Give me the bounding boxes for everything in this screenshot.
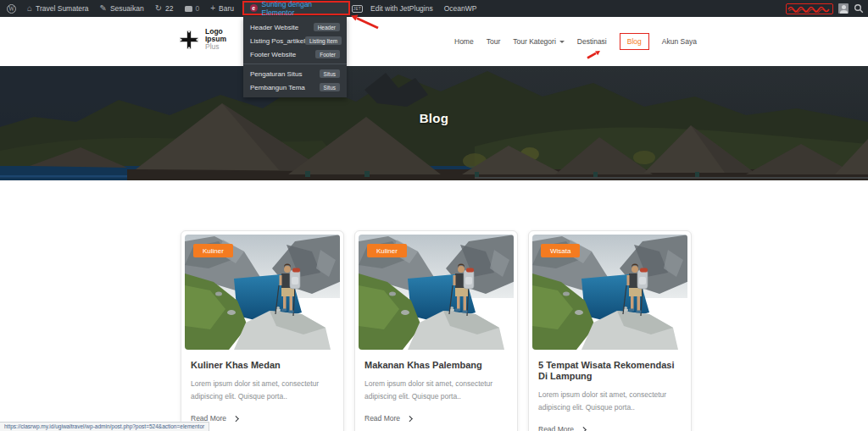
nav-item-akun-saya[interactable]: Akun Saya: [662, 37, 697, 46]
nav-item-tour-kategori[interactable]: Tour Kategori: [513, 37, 565, 46]
admin-bar-plugins-group: JET Edit with JetPlugins OceanWP: [352, 0, 487, 17]
nav-item-tour[interactable]: Tour: [487, 37, 501, 46]
comments-count: 0: [196, 4, 200, 13]
badge-situs-2: Situs: [320, 83, 340, 91]
updates-count: 22: [165, 4, 173, 13]
badge-footer: Footer: [315, 50, 340, 58]
comments-menu[interactable]: 0: [185, 4, 200, 13]
post-excerpt: Lorem ipsum dolor sit amet, consectetur …: [538, 389, 682, 414]
site-name-label: Travel Sumatera: [36, 4, 89, 13]
blog-card: Wisata 5 Tempat Wisata Rekomendasi Di La…: [528, 230, 692, 431]
customize-label: Sesuaikan: [110, 4, 144, 13]
badge-listing-item: Listing Item: [305, 36, 342, 45]
admin-bar-account-group: [786, 0, 864, 17]
wordpress-icon: W: [7, 4, 16, 14]
brush-icon: ✎: [100, 4, 107, 13]
blog-card: Kuliner Kuliner Khas Medan Lorem ipsum d…: [181, 230, 344, 431]
elementor-icon: e: [250, 4, 258, 12]
page-title: Blog: [0, 111, 868, 125]
post-thumbnail[interactable]: Kuliner: [359, 235, 514, 350]
post-title[interactable]: 5 Tempat Wisata Rekomendasi Di Lampung: [538, 360, 682, 382]
badge-header: Header: [314, 23, 340, 31]
category-badge: Wisata: [541, 244, 580, 257]
plus-icon: +: [210, 4, 215, 13]
badge-situs-1: Situs: [320, 69, 340, 78]
wp-logo-menu[interactable]: W: [7, 4, 16, 14]
category-badge: Kuliner: [193, 244, 233, 257]
updates-menu[interactable]: ↻ 22: [155, 4, 174, 13]
logo-text: Logo Ipsum Plus: [205, 28, 226, 51]
page: W ⌂ Travel Sumatera ✎ Sesuaikan ↻ 22 0 +…: [0, 0, 868, 431]
logo-plus-icon: [178, 29, 200, 51]
oceanwp-menu[interactable]: OceanWP: [444, 4, 477, 13]
browser-status-url: https://clasrwp.my.id/ugiwaltravel/wp-ad…: [0, 422, 209, 431]
blog-card: Kuliner Makanan Khas Palembang Lorem ips…: [354, 230, 518, 431]
red-scribble: [787, 4, 832, 13]
site-header: Logo Ipsum Plus Home Tour Tour Kategori …: [0, 17, 868, 66]
hero-banner: Blog: [0, 66, 868, 180]
nav-item-destinasi[interactable]: Destinasi: [577, 37, 607, 46]
site-logo[interactable]: Logo Ipsum Plus: [178, 28, 226, 51]
elementor-dropdown-menu: Header Website Header Listing Pos_artike…: [243, 16, 347, 97]
menu-divider: [243, 64, 347, 64]
post-title[interactable]: Makanan Khas Palembang: [364, 360, 508, 371]
search-icon[interactable]: [854, 3, 864, 14]
menu-item-pengaturan-situs[interactable]: Pengaturan Situs Situs: [243, 67, 347, 80]
elementor-label: Sunting dengan Elementor: [262, 0, 342, 17]
chevron-right-icon: [407, 416, 412, 421]
chevron-right-icon: [581, 427, 586, 431]
new-content-menu[interactable]: + Baru: [210, 4, 234, 13]
customize-menu[interactable]: ✎ Sesuaikan: [100, 4, 144, 13]
edit-with-elementor-menu[interactable]: e Sunting dengan Elementor: [242, 1, 350, 15]
nav-item-home[interactable]: Home: [454, 37, 474, 46]
oceanwp-label: OceanWP: [444, 4, 477, 13]
nav-item-blog-active[interactable]: Blog: [620, 33, 649, 50]
home-icon: ⌂: [27, 4, 32, 13]
post-title[interactable]: Kuliner Khas Medan: [191, 360, 334, 371]
redacted-username-annotation: [786, 3, 833, 14]
chevron-right-icon: [233, 416, 238, 421]
user-avatar[interactable]: [838, 3, 849, 14]
updates-icon: ↻: [155, 4, 162, 13]
jetplugins-icon: JET: [352, 5, 363, 13]
new-label: Baru: [219, 4, 234, 13]
edit-with-jetplugins-menu[interactable]: JET Edit with JetPlugins: [352, 4, 433, 13]
comments-icon: [185, 6, 192, 12]
chevron-down-icon: [559, 41, 565, 46]
category-badge: Kuliner: [367, 244, 407, 257]
menu-item-pembangun-tema[interactable]: Pembangun Tema Situs: [243, 80, 347, 94]
read-more-link[interactable]: Read More: [364, 414, 508, 423]
menu-item-footer-website[interactable]: Footer Website Footer: [243, 47, 347, 61]
post-thumbnail[interactable]: Kuliner: [185, 235, 340, 350]
read-more-link[interactable]: Read More: [191, 414, 334, 423]
post-excerpt: Lorem ipsum dolor sit amet, consectetur …: [364, 378, 508, 403]
site-name-menu[interactable]: ⌂ Travel Sumatera: [27, 4, 89, 13]
jetplugins-label: Edit with JetPlugins: [370, 4, 433, 13]
post-excerpt: Lorem ipsum dolor sit amet, consectetur …: [191, 378, 334, 403]
blog-cards-row: Kuliner Kuliner Khas Medan Lorem ipsum d…: [181, 230, 692, 431]
wp-admin-bar: W ⌂ Travel Sumatera ✎ Sesuaikan ↻ 22 0 +…: [0, 0, 868, 17]
main-navigation: Home Tour Tour Kategori Destinasi Blog A…: [454, 17, 697, 66]
post-thumbnail[interactable]: Wisata: [532, 235, 687, 350]
menu-item-header-website[interactable]: Header Website Header: [243, 20, 347, 34]
read-more-link[interactable]: Read More: [538, 425, 682, 431]
menu-item-listing-pos-artikel[interactable]: Listing Pos_artikel Listing Item: [243, 34, 347, 47]
